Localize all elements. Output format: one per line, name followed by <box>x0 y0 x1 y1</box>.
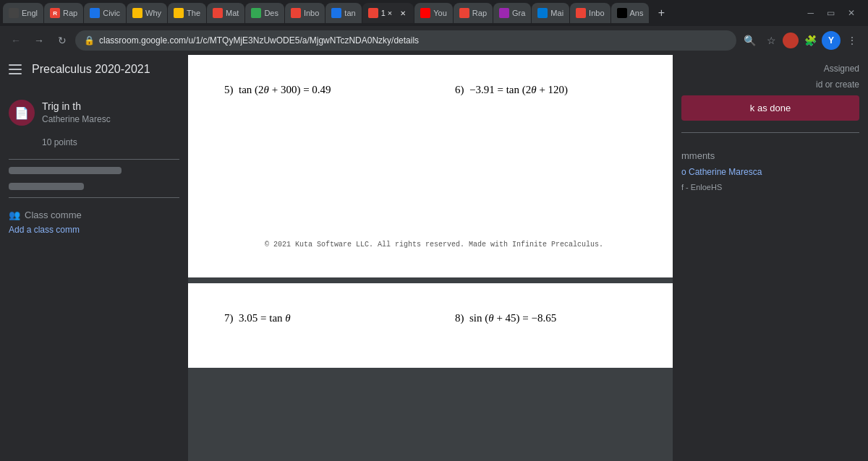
maximize-button[interactable]: ▭ <box>822 7 839 20</box>
tab-active[interactable]: 1 × ✕ <box>362 3 414 23</box>
problem-8-number: 8) <box>455 312 467 324</box>
forward-button[interactable]: → <box>29 30 49 51</box>
tab-mat[interactable]: Mat <box>207 3 244 23</box>
tab-favicon-inbo <box>291 8 301 18</box>
sidebar: Precalculus 2020-2021 📄 Trig in th Cathe… <box>0 55 188 461</box>
status-label: Assigned <box>681 64 859 74</box>
problem-8: 8) sin (θ + 45) = −8.65 <box>455 312 644 324</box>
points-text: 10 points <box>42 137 179 147</box>
problem-7-equation: 3.05 = tan θ <box>239 312 291 324</box>
placeholder-bar-1 <box>9 167 122 174</box>
search-button[interactable]: 🔍 <box>739 30 760 51</box>
assignment-title: Trig in th <box>42 100 179 113</box>
problem-6-number: 6) <box>455 84 467 95</box>
tab-why[interactable]: Why <box>127 3 167 23</box>
add-comment-link[interactable]: Add a class comm <box>9 225 179 235</box>
assignment-author: Catherine Maresс <box>42 114 179 124</box>
doc-page-2: 7) 3.05 = tan θ 8) sin (θ + 45) = −8.65 <box>188 283 673 368</box>
toolbar-icons: 🔍 ☆ 🧩 Y ⋮ <box>739 30 862 51</box>
new-tab-button[interactable]: + <box>652 4 670 22</box>
tab-favicon-gra <box>499 8 509 18</box>
tab-favicon-mat <box>213 8 223 18</box>
assignment-icon: 📄 <box>9 100 35 126</box>
tab-bar: Engl R Rap Civic Why The Mat Des <box>0 0 868 26</box>
problem-6-equation: −3.91 = tan (2θ + 120) <box>469 84 568 95</box>
hamburger-menu[interactable] <box>9 61 26 78</box>
sidebar-header: Precalculus 2020-2021 <box>0 55 188 84</box>
tab-favicon-rap1: R <box>50 8 60 18</box>
tab-you[interactable]: You <box>414 3 453 23</box>
mark-done-button[interactable]: k as done <box>681 95 859 121</box>
tab-rap1[interactable]: R Rap <box>44 3 83 23</box>
close-button[interactable]: ✕ <box>843 7 859 20</box>
tab-mai[interactable]: Mai <box>532 3 569 23</box>
separator <box>9 159 179 160</box>
tab-civic[interactable]: Civic <box>84 3 126 23</box>
problem-7: 7) 3.05 = tan θ <box>224 312 413 324</box>
bookmark-button[interactable]: ☆ <box>761 30 781 51</box>
class-comment-section: 👥 Class comme Add a class comm <box>0 204 188 241</box>
reload-button[interactable]: ↻ <box>52 30 72 51</box>
comment-to: o Catherine Maresca <box>681 167 859 177</box>
tab-favicon-inbo2 <box>576 8 586 18</box>
tab-favicon-rap2 <box>459 8 469 18</box>
page-content: Precalculus 2020-2021 📄 Trig in th Cathe… <box>0 55 868 461</box>
class-comment-label: 👥 Class comme <box>9 210 179 220</box>
tab-favicon-mai <box>537 8 548 18</box>
problem-6: 6) −3.91 = tan (2θ + 120) <box>455 84 644 96</box>
comment-icon: 👥 <box>9 210 20 220</box>
extension-icon[interactable] <box>783 33 799 48</box>
comments-label: mments <box>681 150 859 161</box>
tab-inbo2[interactable]: Inbo <box>570 3 610 23</box>
tab-favicon-des <box>251 8 261 18</box>
assignment-section: 📄 Trig in th Catherine Maresс 10 points <box>0 84 188 156</box>
comment-from: f - EnloeHS <box>681 183 859 191</box>
minimize-button[interactable]: ─ <box>803 7 818 20</box>
problem-8-equation: sin (θ + 45) = −8.65 <box>469 312 556 324</box>
url-text: classroom.google.com/u/1/c/MTQyMjE3NzUwO… <box>99 35 728 46</box>
doc-footer: © 2021 Kuta Software LLC. All rights res… <box>224 241 644 249</box>
menu-button[interactable]: ⋮ <box>842 30 862 51</box>
tab-inbo[interactable]: Inbo <box>285 3 325 23</box>
main-area: 5) tan (2θ + 300) = 0.49 6) −3.91 = tan … <box>188 55 673 461</box>
action-label: id or create <box>681 79 859 90</box>
window-controls: ─ ▭ ✕ <box>803 7 865 20</box>
right-panel-separator <box>681 132 859 133</box>
hamburger-line <box>9 73 22 74</box>
lock-icon: 🔒 <box>84 35 95 46</box>
tab-favicon-civic <box>90 8 100 18</box>
problem-7-number: 7) <box>224 312 236 324</box>
tab-engl[interactable]: Engl <box>3 3 43 23</box>
tab-rap2[interactable]: Rap <box>454 3 493 23</box>
tab-favicon-the <box>174 8 184 18</box>
extensions-button[interactable]: 🧩 <box>800 30 820 51</box>
tab-favicon-active <box>368 8 378 18</box>
tab-favicon-you <box>420 8 430 18</box>
placeholder-bar-2 <box>9 183 84 190</box>
tab-des[interactable]: Des <box>245 3 284 23</box>
problem-5-number: 5) <box>224 84 236 95</box>
hamburger-line <box>9 69 22 70</box>
tab-gra[interactable]: Gra <box>493 3 531 23</box>
tab-the[interactable]: The <box>168 3 206 23</box>
assignment-card: 📄 Trig in th Catherine Maresс <box>9 92 179 133</box>
tab-favicon-engl <box>9 8 19 18</box>
problem-5-equation: tan (2θ + 300) = 0.49 <box>239 84 331 95</box>
hamburger-line <box>9 64 22 66</box>
tab-favicon-why <box>132 8 142 18</box>
tab-favicon-ans <box>617 8 627 18</box>
tab-close-active[interactable]: ✕ <box>398 8 408 18</box>
problem-5: 5) tan (2θ + 300) = 0.49 <box>224 84 413 96</box>
tab-tan[interactable]: tan <box>326 3 361 23</box>
separator-2 <box>9 197 179 198</box>
profile-avatar[interactable]: Y <box>822 31 841 50</box>
course-title: Precalculus 2020-2021 <box>32 63 150 76</box>
problem-row-2: 7) 3.05 = tan θ 8) sin (θ + 45) = −8.65 <box>224 312 644 324</box>
back-button[interactable]: ← <box>6 30 26 51</box>
problem-row-1: 5) tan (2θ + 300) = 0.49 6) −3.91 = tan … <box>224 84 644 96</box>
toolbar: ← → ↻ 🔒 classroom.google.com/u/1/c/MTQyM… <box>0 26 868 55</box>
address-bar[interactable]: 🔒 classroom.google.com/u/1/c/MTQyMjE3NzU… <box>75 30 736 51</box>
tab-favicon-tan <box>331 8 341 18</box>
browser-chrome: Engl R Rap Civic Why The Mat Des <box>0 0 868 55</box>
tab-ans[interactable]: Ans <box>611 3 650 23</box>
